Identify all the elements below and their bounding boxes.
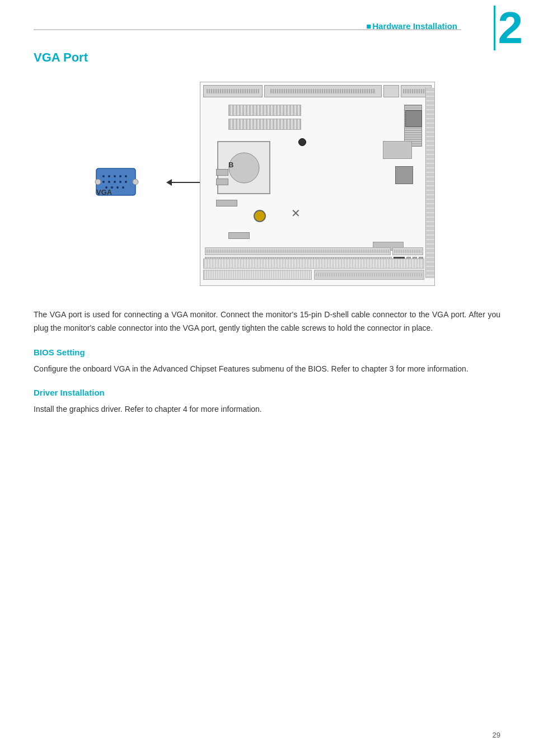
cpu-socket (217, 141, 270, 194)
driver-description: Install the graphics driver. Refer to ch… (34, 403, 500, 416)
section-title: ■Hardware Installation (366, 21, 458, 31)
svg-point-8 (114, 181, 116, 183)
svg-point-7 (108, 181, 110, 183)
motherboard-pcb: B ✕ (200, 82, 435, 286)
right-chip-1 (383, 141, 412, 159)
large-chip (405, 110, 422, 127)
svg-point-15 (95, 179, 101, 185)
section-accent: ■ (366, 21, 371, 31)
bios-setting-title: BIOS Setting (34, 348, 500, 357)
b-label: B (228, 161, 233, 169)
svg-marker-18 (166, 179, 172, 186)
svg-point-3 (114, 175, 116, 177)
svg-point-9 (119, 181, 121, 183)
chapter-number: 2 (498, 6, 523, 50)
ram-slot-1 (228, 105, 301, 116)
arrow (166, 176, 200, 187)
page-number: 29 (493, 731, 500, 739)
vga-connector (93, 163, 144, 204)
right-io-strip (425, 88, 434, 278)
svg-point-16 (133, 179, 138, 185)
diagram-container: VGA (34, 76, 500, 294)
svg-point-10 (125, 181, 127, 183)
svg-point-14 (122, 186, 124, 189)
top-connectors (203, 85, 432, 97)
dot-indicator (298, 138, 306, 146)
small-conn-2 (216, 179, 228, 185)
svg-point-5 (125, 175, 127, 177)
small-conn-1 (216, 169, 228, 176)
right-chip-2 (395, 166, 413, 184)
cmos-battery (254, 210, 266, 222)
main-content: VGA Port (34, 50, 500, 429)
page-header: ■Hardware Installation 2 (0, 0, 534, 45)
vga-description: The VGA port is used for connecting a VG… (34, 308, 500, 335)
svg-point-6 (102, 181, 105, 183)
driver-installation-title: Driver Installation (34, 388, 500, 397)
bios-description: Configure the onboard VGA in the Advance… (34, 363, 500, 376)
svg-point-4 (119, 175, 121, 177)
svg-point-13 (116, 186, 119, 189)
page-title: VGA Port (34, 50, 500, 65)
svg-point-2 (108, 175, 110, 177)
motherboard-diagram: VGA (93, 76, 441, 294)
bottom-io (203, 259, 424, 282)
small-conn-3 (216, 200, 237, 206)
svg-point-1 (102, 175, 105, 177)
x-mark: ✕ (291, 206, 301, 220)
vga-label: VGA (96, 188, 112, 196)
ram-slot-2 (228, 119, 301, 130)
small-conn-4 (228, 232, 250, 239)
